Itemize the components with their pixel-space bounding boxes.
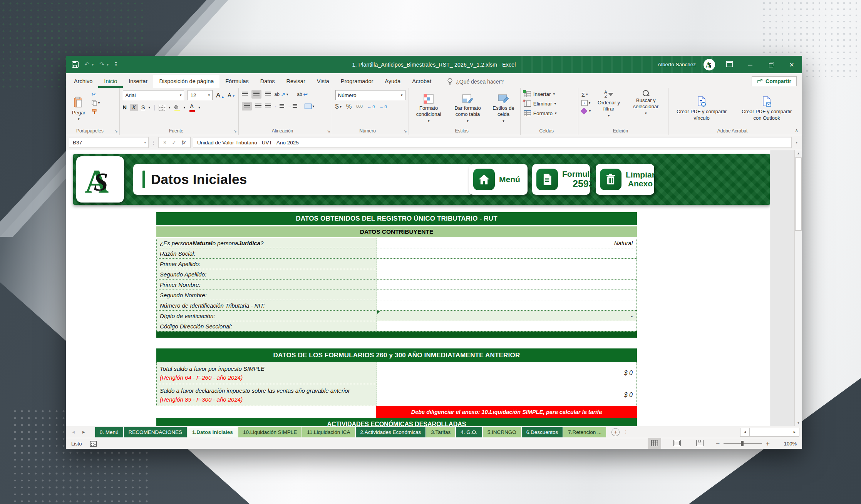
zoom-slider-thumb[interactable] xyxy=(741,441,744,446)
minimize-button[interactable] xyxy=(744,61,757,68)
scroll-left-icon[interactable]: ◄ xyxy=(740,428,750,437)
ribbon-tab[interactable]: Inicio xyxy=(98,75,123,88)
horizontal-scrollbar[interactable]: ◄ ► xyxy=(740,428,799,437)
font-size-combo[interactable]: 12 ▾ xyxy=(188,90,213,100)
alignment-dialog-launcher[interactable]: ↘ xyxy=(327,129,330,133)
sort-filter-button[interactable]: AZ Ordenar y filtrar ▾ xyxy=(594,90,623,127)
normal-view-button[interactable] xyxy=(648,438,661,449)
ribbon-tab[interactable]: Fórmulas xyxy=(219,75,254,88)
create-pdf-link-button[interactable]: Crear PDF y compartir vínculo xyxy=(672,90,732,127)
cell-segundo-nombre[interactable] xyxy=(377,290,637,300)
sheet-tab[interactable]: 7.Retencion ... xyxy=(563,427,606,437)
ribbon-tab[interactable]: Archivo xyxy=(68,75,98,88)
copy-button[interactable]: ▾ xyxy=(92,100,100,106)
find-select-button[interactable]: Buscar y seleccionar ▾ xyxy=(627,90,665,127)
cell-digito-verificacion[interactable]: - xyxy=(377,311,637,321)
expand-formula-bar-icon[interactable]: ▾ xyxy=(794,141,799,144)
clear-button[interactable]: ▾ xyxy=(581,109,591,114)
accounting-format-button[interactable]: $▾ xyxy=(335,104,342,110)
page-layout-view-button[interactable] xyxy=(670,438,684,449)
sheet-tab[interactable]: RECOMENDACIONES xyxy=(124,427,187,437)
font-color-button[interactable]: A xyxy=(189,104,195,112)
scroll-right-icon[interactable]: ► xyxy=(790,428,799,437)
vertical-scrollbar[interactable]: ▲ ▼ xyxy=(794,150,802,426)
cell-segundo-apellido[interactable] xyxy=(377,269,637,279)
sheet-tab[interactable]: 5.INCRNGO xyxy=(483,427,521,437)
increase-decimal-button[interactable]: ←.0 xyxy=(367,105,375,109)
cell-razon-social[interactable] xyxy=(377,248,637,258)
share-button[interactable]: Compartir xyxy=(752,76,797,86)
confirm-entry-icon[interactable]: ✓ xyxy=(172,139,176,146)
vertical-scroll-thumb[interactable] xyxy=(795,157,802,231)
scroll-down-icon[interactable]: ▼ xyxy=(795,420,802,426)
new-sheet-button[interactable]: + xyxy=(611,428,620,436)
number-format-combo[interactable]: Número ▾ xyxy=(335,90,405,100)
ribbon-tab[interactable]: Vista xyxy=(311,75,335,88)
sheet-tab[interactable]: 6.Descuentos xyxy=(522,427,563,437)
underline-caret-icon[interactable]: ▾ xyxy=(148,105,150,109)
cancel-entry-icon[interactable]: × xyxy=(163,139,166,146)
create-pdf-outlook-button[interactable]: Crear PDF y compartir con Outlook xyxy=(735,90,799,127)
orientation-button[interactable]: ab↗▾ xyxy=(275,92,288,97)
form-2593-button[interactable]: Formulario2593 xyxy=(532,164,590,195)
formula-input[interactable]: Unidad de Valor Tributario - UVT - Año 2… xyxy=(193,137,792,148)
zoom-level[interactable]: 100% xyxy=(779,441,797,447)
zoom-in-button[interactable]: + xyxy=(766,440,770,447)
sheet-canvas[interactable]: A S Datos Iniciales Menú xyxy=(66,150,770,426)
font-name-combo[interactable]: Arial ▾ xyxy=(123,90,184,100)
merge-center-button[interactable]: ▾ xyxy=(305,104,315,109)
wrap-text-button[interactable]: ab↩ xyxy=(297,92,308,97)
number-dialog-launcher[interactable]: ↘ xyxy=(404,129,407,133)
increase-indent-button[interactable]: → xyxy=(288,104,297,109)
cell-persona-tipo[interactable]: Natural xyxy=(377,238,637,248)
align-middle-button[interactable] xyxy=(251,90,261,99)
format-painter-button[interactable] xyxy=(92,109,100,114)
name-box[interactable]: B37 ▾ xyxy=(69,137,149,148)
sheet-tab[interactable]: 2.Actividades Económicas xyxy=(356,427,426,437)
sheet-tab[interactable]: 1.Datos Iniciales xyxy=(188,427,238,437)
align-top-button[interactable] xyxy=(242,91,248,98)
ribbon-tab[interactable]: Revisar xyxy=(281,75,311,88)
sheet-tab[interactable]: 11.Liquidación ICA xyxy=(302,427,355,437)
conditional-formatting-button[interactable]: Formato condicional ▾ xyxy=(412,90,446,127)
insert-cells-button[interactable]: Insertar▾ xyxy=(524,91,557,97)
tell-me-search[interactable]: ¿Qué desea hacer? xyxy=(447,78,504,85)
ribbon-tab[interactable]: Programador xyxy=(335,75,379,88)
avatar[interactable]: A S xyxy=(704,59,715,70)
align-center-button[interactable] xyxy=(255,103,261,110)
undo-caret-icon[interactable]: ▾ xyxy=(92,63,94,67)
format-cells-button[interactable]: Formato▾ xyxy=(524,110,557,116)
grow-font-button[interactable]: A▲ xyxy=(216,92,224,99)
ribbon-tab[interactable]: Ayuda xyxy=(379,75,406,88)
zoom-out-button[interactable]: − xyxy=(716,440,720,447)
collapse-ribbon-button[interactable]: ∧ xyxy=(795,128,798,133)
shrink-font-button[interactable]: A▼ xyxy=(228,92,235,98)
autosum-button[interactable]: Σ▾ xyxy=(581,92,591,97)
next-sheet-icon[interactable]: ► xyxy=(82,430,86,434)
cell-primer-nombre[interactable] xyxy=(377,280,637,290)
ribbon-tab[interactable]: Insertar xyxy=(123,75,153,88)
paste-button[interactable]: Pegar ▾ xyxy=(69,90,89,127)
redo-caret-icon[interactable]: ▾ xyxy=(107,63,109,67)
cell-nit[interactable] xyxy=(377,300,637,310)
macro-record-icon[interactable] xyxy=(90,441,97,447)
customize-qat-icon[interactable]: ▾ xyxy=(115,62,117,67)
redo-icon[interactable]: ↷ xyxy=(99,62,104,68)
fill-color-caret-icon[interactable]: ▾ xyxy=(184,105,186,109)
ribbon-tab[interactable]: Datos xyxy=(255,75,281,88)
zoom-slider[interactable] xyxy=(724,443,762,444)
horizontal-scroll-track[interactable] xyxy=(750,428,790,437)
page-break-view-button[interactable] xyxy=(693,438,707,449)
sheet-tab[interactable]: 10.Liquidación SIMPLE xyxy=(238,427,302,437)
delete-cells-button[interactable]: Eliminar▾ xyxy=(524,100,557,107)
restore-button[interactable] xyxy=(764,61,777,68)
ribbon-tab[interactable]: Acrobat xyxy=(406,75,437,88)
font-dialog-launcher[interactable]: ↘ xyxy=(233,129,236,133)
undo-icon[interactable]: ↶ xyxy=(84,62,89,68)
clear-annex-button[interactable]: LimpiarAnexo xyxy=(596,164,654,195)
cell-codigo-seccional[interactable] xyxy=(377,321,637,331)
font-color-caret-icon[interactable]: ▾ xyxy=(198,105,200,109)
italic-button[interactable]: K xyxy=(130,104,138,111)
align-bottom-button[interactable] xyxy=(265,91,271,98)
cell-saldo-ventas[interactable]: $ 0 xyxy=(377,384,637,406)
